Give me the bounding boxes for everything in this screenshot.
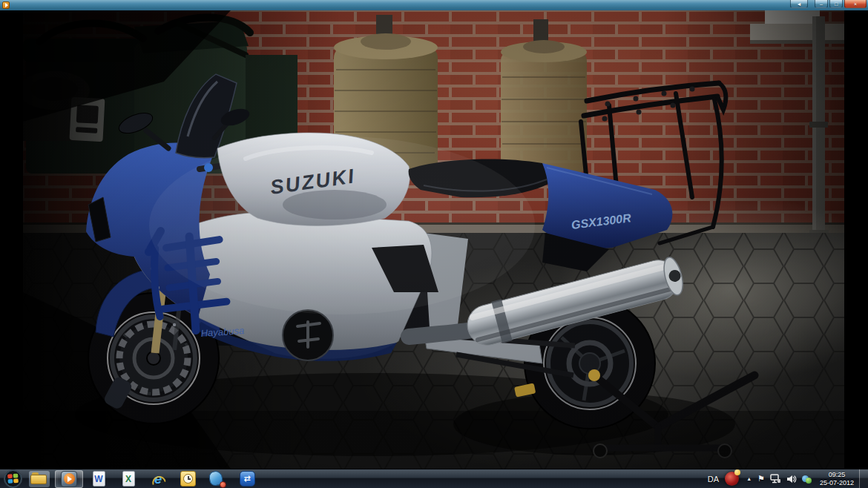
messenger-icon: [209, 471, 226, 487]
photo-image[interactable]: Hayabusa: [23, 10, 844, 469]
taskbar-app-teamviewer[interactable]: ⇄: [233, 470, 261, 488]
hidden-icons-chevron[interactable]: ▲: [746, 476, 752, 481]
language-indicator[interactable]: DA: [708, 475, 725, 484]
viewer-canvas: 隼: [0, 10, 868, 469]
play-icon: [5, 3, 8, 7]
taskbar-app-media-player[interactable]: [55, 470, 83, 488]
photo-vignette: [23, 10, 844, 469]
taskbar-app-explorer[interactable]: [25, 470, 53, 488]
word-icon: W: [93, 471, 105, 487]
app-icon: [2, 1, 10, 9]
taskbar-app-word[interactable]: W: [85, 470, 113, 488]
start-button[interactable]: [3, 469, 22, 488]
presence-badge: [220, 481, 226, 488]
network-icon[interactable]: [770, 474, 781, 484]
window-controls: ◄ – □ ×: [789, 0, 867, 8]
tray-red-app-icon[interactable]: [725, 472, 739, 486]
taskbar-app-messenger[interactable]: [203, 470, 231, 488]
close-button[interactable]: ×: [844, 0, 867, 8]
volume-icon[interactable]: [786, 475, 797, 484]
clock[interactable]: 09:25 25-07-2012: [815, 471, 859, 487]
action-center-flag-icon[interactable]: ⚑: [757, 474, 765, 484]
maximize-button[interactable]: □: [829, 0, 843, 8]
folder-icon: [30, 472, 48, 486]
windows-logo-icon: [4, 469, 22, 488]
collapse-toolbar-button[interactable]: ◄: [790, 0, 808, 8]
clock-time: 09:25: [820, 471, 854, 479]
system-tray: DA ▲ ⚑ 09:25 25-07-2012: [708, 469, 868, 488]
clock-date: 25-07-2012: [820, 479, 854, 487]
titlebar: ◄ – □ ×: [0, 0, 868, 10]
media-player-icon: [61, 471, 77, 487]
motorcycle-photo-scene: Hayabusa: [23, 10, 844, 469]
teamviewer-icon: ⇄: [240, 471, 255, 487]
internet-explorer-icon: e: [154, 472, 162, 487]
excel-icon: X: [122, 471, 135, 487]
taskbar-app-excel[interactable]: X: [114, 470, 142, 488]
taskbar-app-outlook[interactable]: [174, 470, 202, 488]
outlook-icon: [180, 471, 196, 487]
taskbar-app-internet-explorer[interactable]: e: [144, 470, 172, 488]
minimize-button[interactable]: –: [815, 0, 828, 8]
tray-app2-icon[interactable]: [802, 474, 812, 484]
show-desktop-button[interactable]: [859, 469, 868, 488]
taskbar: W X e ⇄ DA ▲ ⚑: [0, 469, 868, 488]
